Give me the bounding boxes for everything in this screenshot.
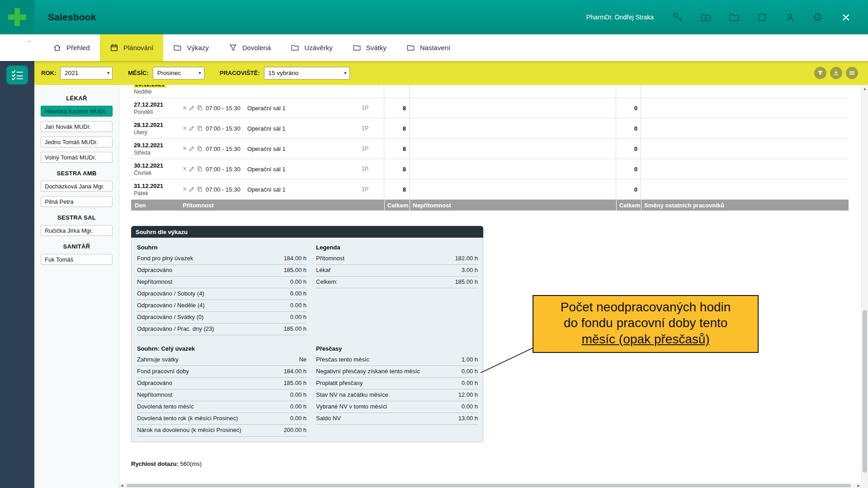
summary-label: Proplatit přesčasy xyxy=(316,380,363,387)
key-icon[interactable] xyxy=(672,11,684,23)
others-cell xyxy=(641,98,849,118)
app-logo[interactable] xyxy=(0,0,34,34)
export-button[interactable] xyxy=(830,67,842,79)
month-select[interactable]: Prosinec ▾ xyxy=(153,67,204,80)
tab-planovani[interactable]: Plánování xyxy=(100,34,164,61)
copy-shift-icon[interactable] xyxy=(197,166,203,172)
edit-shift-icon[interactable] xyxy=(189,145,195,152)
menu-button[interactable] xyxy=(846,67,858,79)
summary-label: Fond pro plný úvazek xyxy=(137,255,193,262)
edit-shift-icon[interactable] xyxy=(189,186,195,192)
summary-label: Lékař xyxy=(316,267,331,274)
checklist-icon xyxy=(11,70,24,80)
tab-label: Přehled xyxy=(66,44,90,52)
group-title-lekar: LÉKAŘ xyxy=(34,95,119,102)
presence-cell: 29.12.2021 Středa × 07:00 - xyxy=(131,139,384,159)
scroll-left-arrow[interactable]: ◀ xyxy=(121,483,123,488)
summary-section-legenda: Legenda Přítomnost 182.00 h Lékař 3.00 h… xyxy=(316,241,478,288)
settings-gear-icon[interactable]: ⚙ xyxy=(812,11,824,23)
workplace-select[interactable]: 15 vybráno ▾ xyxy=(264,67,350,80)
tab-dovolena[interactable]: Dovolená xyxy=(219,34,281,61)
table-row[interactable]: 29.12.2021 Středa × 07:00 - xyxy=(131,139,849,159)
main-content: 26.12.2021 Neděle 27.12.2021 Pondělí xyxy=(119,85,861,483)
summary-value: 0.00 h xyxy=(462,403,478,410)
edit-shift-icon[interactable] xyxy=(189,166,195,172)
table-row[interactable]: 30.12.2021 Čtvrtek × 07:00 xyxy=(131,159,849,179)
copy-shift-icon[interactable] xyxy=(197,186,203,192)
presence-cell: 26.12.2021 Neděle xyxy=(131,85,384,98)
delete-shift-icon[interactable]: × xyxy=(183,145,187,152)
chevron-down-icon: ▾ xyxy=(107,70,110,76)
folder-upload-icon[interactable] xyxy=(700,11,712,23)
present-total: 8 xyxy=(384,159,410,179)
delete-shift-icon[interactable]: × xyxy=(183,165,187,173)
edit-shift-icon[interactable] xyxy=(189,105,195,111)
shift-place: Operační sál 1 xyxy=(247,125,362,132)
staff-item[interactable]: Ručička Jirka Mgr. xyxy=(41,225,113,236)
window-icon[interactable] xyxy=(756,11,768,23)
forward-arrow-icon[interactable]: → xyxy=(25,37,32,44)
tab-nastaveni[interactable]: Nastavení xyxy=(396,34,461,61)
staff-item[interactable]: Pilná Petra xyxy=(41,196,113,207)
summary-label: Dovolená tento rok (k měsíci Prosinec) xyxy=(137,415,238,422)
vertical-scrollbar-thumb[interactable] xyxy=(863,310,867,473)
staff-item[interactable]: Docházková Jana Mgr. xyxy=(41,181,113,192)
delete-shift-icon[interactable]: × xyxy=(183,186,187,193)
edit-shift-icon[interactable] xyxy=(189,125,195,131)
staff-item[interactable]: Fuk Tomáš xyxy=(41,254,113,265)
tab-vykazy[interactable]: Výkazy xyxy=(163,34,218,61)
filter-button[interactable] xyxy=(814,67,826,79)
year-select[interactable]: 2021 ▾ xyxy=(60,67,113,80)
summary-label: Nepřítomnost xyxy=(137,278,172,286)
close-icon[interactable]: × xyxy=(840,11,852,23)
plus-icon xyxy=(8,8,26,26)
staff-item[interactable]: Hlavička Kazimír MUDr. xyxy=(41,106,113,117)
staff-item[interactable]: Jan Novák MUDr. xyxy=(41,121,113,132)
group-title-sanitar: SANITÁŘ xyxy=(34,243,119,250)
scroll-up-arrow[interactable]: ▲ xyxy=(862,87,868,91)
copy-shift-icon[interactable] xyxy=(197,125,203,131)
staff-list-toggle-button[interactable] xyxy=(6,66,28,84)
summary-section-souhrn: Souhrn Fond pro plný úvazek 184.00 h Odp… xyxy=(137,241,307,335)
annotation-line: měsíc (opak přesčasů) xyxy=(542,331,750,347)
delete-shift-icon[interactable]: × xyxy=(183,104,187,112)
folder-icon[interactable] xyxy=(728,11,740,23)
tab-label: Dovolená xyxy=(242,44,271,52)
month-label: MĚSÍC: xyxy=(128,70,149,76)
absent-total: 0 xyxy=(616,179,641,199)
vertical-scrollbar[interactable]: ▲ ▼ xyxy=(861,85,868,488)
table-row[interactable]: 31.12.2021 Pátek × 07:00 - xyxy=(131,179,849,200)
row-day: Neděle xyxy=(134,89,183,95)
tab-svatky[interactable]: Svátky xyxy=(343,34,396,61)
row-actions: × xyxy=(183,104,206,112)
table-row[interactable]: 27.12.2021 Pondělí × 07:00 xyxy=(131,98,849,118)
row-day: Čtvrtek xyxy=(134,170,183,176)
shift-time: 07:00 - 15:30 xyxy=(206,166,247,173)
summary-value: 185.00 h xyxy=(283,380,307,387)
user-icon[interactable] xyxy=(784,11,796,23)
scroll-right-arrow[interactable]: ▶ xyxy=(858,483,860,488)
horizontal-scrollbar[interactable]: ◀ ▶ xyxy=(119,483,861,488)
copy-shift-icon[interactable] xyxy=(197,105,203,111)
summary-row: Odpracováno 185.00 h xyxy=(137,265,307,277)
copy-shift-icon[interactable] xyxy=(197,145,203,152)
summary-value: 12.00 h xyxy=(458,391,478,399)
date-cell: 27.12.2021 Pondělí xyxy=(131,101,183,115)
horizontal-scrollbar-thumb[interactable] xyxy=(127,484,851,487)
delete-shift-icon[interactable]: × xyxy=(183,125,187,132)
table-row[interactable]: 26.12.2021 Neděle xyxy=(131,85,849,98)
summary-row: Proplatit přesčasy 0.00 h xyxy=(316,378,478,389)
table-row[interactable]: 28.12.2021 Úterý × 07:00 - xyxy=(131,118,849,139)
summary-value: 182.00 h xyxy=(455,255,478,262)
presence-cell: 30.12.2021 Čtvrtek × 07:00 xyxy=(131,159,384,179)
staff-item[interactable]: Jedno Tomáš MUDr. xyxy=(41,136,113,147)
tab-prehled[interactable]: Přehled xyxy=(43,34,100,61)
tab-uzaverky[interactable]: Uzávěrky xyxy=(281,34,343,61)
month-value: Prosinec xyxy=(157,70,181,76)
summary-row: Odpracováno / Svátky (0) 0.00 h xyxy=(137,312,307,324)
staff-item[interactable]: Volný Tomáš MUDr. xyxy=(41,152,113,163)
workplace-label: PRACOVIŠTĚ: xyxy=(220,70,260,76)
nav-bar: → Přehled Plánování Výkazy Dovolená Uzáv… xyxy=(0,34,868,61)
staff-sidebar: LÉKAŘ Hlavička Kazimír MUDr.Jan Novák MU… xyxy=(34,85,119,488)
group-title-sestra-sal: SESTRA SAL xyxy=(34,214,119,221)
